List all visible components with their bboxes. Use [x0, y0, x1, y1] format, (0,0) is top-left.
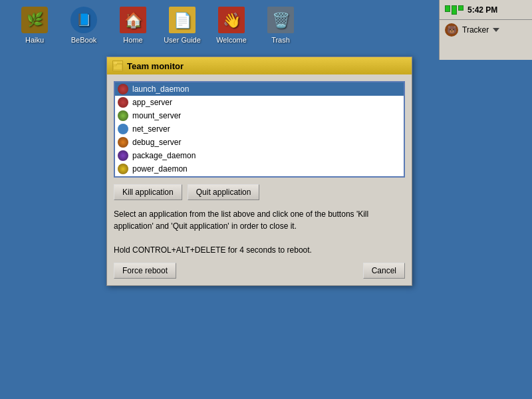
bottom-button-row: Force reboot Cancel — [114, 263, 405, 279]
indicator-bar-2 — [452, 5, 457, 15]
list-item[interactable]: registrar — [115, 176, 404, 178]
info-text: Select an application from the list abov… — [114, 208, 405, 256]
kill-application-button[interactable]: Kill application — [114, 184, 182, 200]
tracker-label: Tracker — [462, 25, 489, 35]
team-monitor-dialog: Team monitor launch_daemon app_server mo… — [106, 57, 412, 286]
process-icon — [118, 97, 128, 108]
list-item[interactable]: package_daemon — [115, 149, 404, 162]
process-listbox[interactable]: launch_daemon app_server mount_server ne… — [114, 81, 405, 178]
desktop-icon-bebook-label: BeBook — [71, 36, 97, 44]
list-item[interactable]: mount_server — [115, 109, 404, 122]
process-name: power_daemon — [132, 164, 188, 174]
process-icon — [118, 124, 128, 134]
process-name: app_server — [132, 98, 172, 107]
info-line-1: Select an application from the list abov… — [114, 209, 368, 231]
svg-text:👋: 👋 — [223, 11, 241, 29]
clock: 5:42 PM — [467, 5, 497, 15]
list-item[interactable]: app_server — [115, 96, 404, 109]
dialog-title: Team monitor — [127, 61, 184, 71]
folder-icon — [112, 61, 123, 71]
svg-text:🏠: 🏠 — [124, 11, 143, 29]
tracker-button[interactable]: 🐻 Tracker — [440, 20, 532, 40]
svg-text:📘: 📘 — [76, 13, 92, 27]
svg-marker-14 — [113, 62, 117, 64]
process-icon — [118, 110, 128, 121]
desktop-icon-home[interactable]: 🏠 Home — [112, 7, 154, 44]
process-name: net_server — [132, 124, 170, 134]
system-indicator — [445, 5, 464, 15]
process-name: launch_daemon — [132, 84, 189, 94]
svg-text:📄: 📄 — [174, 11, 192, 29]
desktop-icon-trash[interactable]: 🗑️ Trash — [259, 7, 302, 44]
list-item[interactable]: launch_daemon — [115, 82, 404, 96]
svg-text:🌿: 🌿 — [27, 11, 43, 27]
svg-rect-13 — [113, 64, 116, 66]
desktop-icon-home-label: Home — [123, 36, 142, 44]
desktop-icon-haiku-label: Haiku — [25, 36, 44, 44]
desktop-icon-welcome-label: Welcome — [216, 36, 247, 44]
desktop-icon-bebook[interactable]: 📘 BeBook — [63, 7, 105, 44]
process-name: mount_server — [132, 111, 181, 120]
list-item[interactable]: power_daemon — [115, 162, 404, 176]
force-reboot-button[interactable]: Force reboot — [114, 263, 176, 279]
indicator-bar-1 — [445, 5, 450, 12]
quit-application-button[interactable]: Quit application — [188, 184, 260, 200]
process-icon — [118, 177, 128, 178]
list-item[interactable]: debug_server — [115, 136, 404, 149]
desktop-icon-welcome[interactable]: 👋 Welcome — [210, 7, 253, 44]
dialog-titlebar: Team monitor — [107, 57, 412, 74]
chevron-down-icon — [493, 28, 499, 32]
desktop-icon-userguide[interactable]: 📄 User Guide — [161, 7, 203, 44]
desktop-icon-userguide-label: User Guide — [164, 36, 201, 44]
tracker-icon: 🐻 — [445, 23, 458, 37]
process-icon — [118, 150, 128, 161]
info-line-2: Hold CONTROL+ALT+DELETE for 4 seconds to… — [114, 245, 312, 255]
process-icon — [118, 84, 128, 94]
taskbar-top: 5:42 PM — [440, 0, 532, 20]
process-icon — [118, 137, 128, 148]
cancel-button[interactable]: Cancel — [363, 263, 405, 279]
desktop-icon-trash-label: Trash — [271, 36, 290, 44]
process-name: package_daemon — [132, 151, 196, 160]
process-icon — [118, 164, 128, 174]
svg-text:🗑️: 🗑️ — [272, 11, 291, 29]
dialog-body: launch_daemon app_server mount_server ne… — [107, 74, 412, 285]
action-buttons: Kill application Quit application — [114, 184, 405, 200]
taskbar: 5:42 PM 🐻 Tracker — [439, 0, 532, 60]
process-name: debug_server — [132, 138, 181, 147]
indicator-bar-3 — [458, 5, 464, 11]
list-item[interactable]: net_server — [115, 122, 404, 136]
desktop-icon-haiku[interactable]: 🌿 Haiku — [13, 7, 56, 44]
